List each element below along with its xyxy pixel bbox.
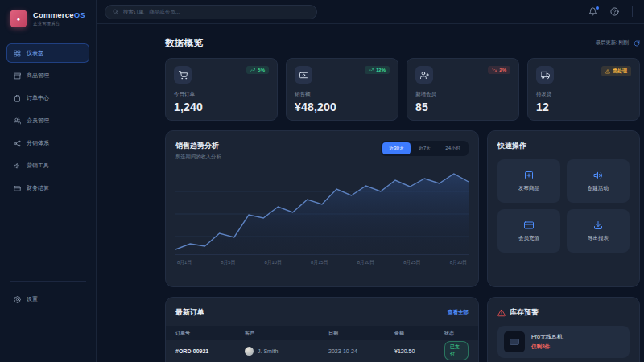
brand-name: CommerceOS — [33, 10, 85, 19]
orders-title: 最新订单 — [175, 307, 204, 318]
stat-value: 85 — [415, 101, 510, 113]
search-box[interactable] — [105, 5, 317, 19]
trend-up-icon — [369, 68, 374, 72]
sidebar-item-label: 分销体系 — [27, 139, 49, 147]
sidebar-nav: 仪表盘 商品管理 订单中心 会员管理 分销体系 营销工具 财务结算 — [0, 43, 96, 198]
download-icon — [593, 220, 603, 230]
trend-badge: 5% — [246, 66, 269, 74]
export-report-button[interactable]: 导出报表 — [567, 209, 630, 253]
last-updated-label: 最后更新: 刚刚 — [596, 39, 629, 47]
sidebar-footer: 设置 — [0, 281, 96, 309]
quick-actions-title: 快速操作 — [497, 141, 630, 151]
order-id: #ORD-00921 — [175, 348, 245, 354]
divider — [632, 6, 633, 17]
sidebar-item-label: 营销工具 — [27, 162, 49, 170]
banknote-icon — [299, 71, 308, 80]
stock-warning: 仅剩3件 — [531, 343, 563, 351]
main-content: 数据概览 最后更新: 刚刚 5% 今日订单 1,240 12% — [97, 24, 644, 362]
brand: ● CommerceOS 企业管理后台 — [0, 0, 96, 35]
sidebar-item-products[interactable]: 商品管理 — [6, 66, 89, 85]
member-recharge-button[interactable]: 会员充值 — [497, 209, 560, 253]
x-tick: 8月1日 — [177, 259, 192, 266]
help-icon[interactable] — [610, 7, 619, 16]
gear-icon — [14, 296, 21, 303]
sidebar-item-finance[interactable]: 财务结算 — [6, 179, 89, 198]
view-all-link[interactable]: 查看全部 — [448, 309, 469, 316]
range-tab-30d[interactable]: 近30天 — [382, 142, 411, 154]
notification-dot — [596, 6, 599, 10]
col-status: 状态 — [444, 330, 469, 337]
stat-cards: 5% 今日订单 1,240 12% 销售额 ¥48,200 2% 新增会员 — [165, 58, 640, 121]
action-label: 发布商品 — [518, 185, 539, 192]
refresh-icon[interactable] — [634, 40, 640, 47]
area-chart — [175, 167, 469, 254]
stat-card-orders-today[interactable]: 5% 今日订单 1,240 — [165, 58, 278, 121]
sidebar-item-dashboard[interactable]: 仪表盘 — [6, 43, 89, 63]
brand-subtitle: 企业管理后台 — [33, 21, 85, 27]
search-input[interactable] — [123, 9, 309, 14]
x-tick: 8月5日 — [221, 259, 235, 266]
orders-table-header: 订单号 客户 日期 金额 状态 — [166, 326, 478, 340]
credit-card-icon — [524, 220, 534, 230]
inventory-item[interactable]: Pro无线耳机 仅剩3件 — [497, 326, 630, 358]
publish-product-button[interactable]: 发布商品 — [497, 159, 560, 203]
plus-square-icon — [524, 171, 534, 180]
dashboard-icon — [14, 50, 21, 57]
truck-icon — [541, 71, 550, 80]
needs-action-badge: 需处理 — [601, 66, 631, 76]
finance-icon — [14, 185, 21, 192]
x-tick: 8月15日 — [311, 259, 328, 266]
topbar — [97, 0, 644, 24]
quick-actions-panel: 快速操作 发布商品 创建活动 会员充值 — [487, 130, 640, 287]
sidebar-item-distribution[interactable]: 分销体系 — [6, 134, 89, 153]
trend-badge: 12% — [365, 66, 390, 74]
stat-value: 12 — [536, 101, 631, 113]
sidebar-item-label: 仪表盘 — [27, 49, 43, 57]
sidebar: ● CommerceOS 企业管理后台 仪表盘 商品管理 订单中心 会员管理 分… — [0, 0, 97, 362]
distribution-icon — [14, 140, 21, 147]
trend-badge: 2% — [488, 66, 510, 74]
logo-icon: ● — [10, 10, 27, 27]
range-tab-24h[interactable]: 24小时 — [439, 142, 467, 154]
sidebar-item-label: 财务结算 — [27, 184, 49, 192]
stat-card-sales[interactable]: 12% 销售额 ¥48,200 — [286, 58, 398, 121]
warning-triangle-icon — [497, 309, 506, 317]
marketing-icon — [14, 162, 21, 170]
status-badge: 已支付 — [444, 341, 469, 360]
stat-label: 销售额 — [295, 91, 390, 98]
col-customer: 客户 — [245, 330, 328, 337]
user-plus-icon — [420, 71, 429, 80]
product-thumbnail — [504, 331, 525, 352]
product-name: Pro无线耳机 — [531, 333, 563, 341]
stat-card-new-members[interactable]: 2% 新增会员 85 — [407, 58, 519, 121]
cart-icon — [179, 71, 188, 80]
latest-orders-panel: 最新订单 查看全部 订单号 客户 日期 金额 状态 #ORD-00921 J. … — [165, 297, 479, 362]
order-row[interactable]: #ORD-00921 J. Smith 2023-10-24 ¥120.50 已… — [166, 340, 478, 361]
sidebar-item-marketing[interactable]: 营销工具 — [6, 156, 89, 175]
search-icon — [113, 9, 118, 14]
col-date: 日期 — [328, 330, 394, 337]
stat-value: 1,240 — [174, 101, 269, 113]
warning-icon — [605, 69, 610, 74]
action-label: 创建活动 — [588, 185, 609, 192]
range-tab-7d[interactable]: 近7天 — [412, 142, 437, 154]
sidebar-item-orders[interactable]: 订单中心 — [6, 88, 89, 108]
customer-name: J. Smith — [258, 348, 278, 354]
divider — [10, 281, 86, 282]
sidebar-item-label: 商品管理 — [27, 72, 49, 80]
notifications-button[interactable] — [588, 7, 597, 16]
customer-avatar — [245, 347, 254, 356]
x-tick: 8月25日 — [403, 259, 420, 266]
sidebar-item-label: 订单中心 — [27, 94, 49, 102]
stat-card-pending-shipments[interactable]: 需处理 待发货 12 — [527, 58, 640, 121]
x-tick: 8月20日 — [357, 259, 374, 266]
chart-subtitle: 所选期间的收入分析 — [175, 154, 221, 161]
create-campaign-button[interactable]: 创建活动 — [567, 159, 630, 203]
orders-icon — [14, 95, 21, 102]
members-icon — [14, 117, 21, 125]
chart-x-axis: 8月1日 8月5日 8月10日 8月15日 8月20日 8月25日 8月30日 — [175, 259, 469, 266]
order-date: 2023-10-24 — [328, 348, 394, 354]
sidebar-item-members[interactable]: 会员管理 — [6, 111, 89, 130]
sidebar-item-settings[interactable]: 设置 — [6, 290, 89, 309]
order-amount: ¥120.50 — [394, 348, 444, 354]
